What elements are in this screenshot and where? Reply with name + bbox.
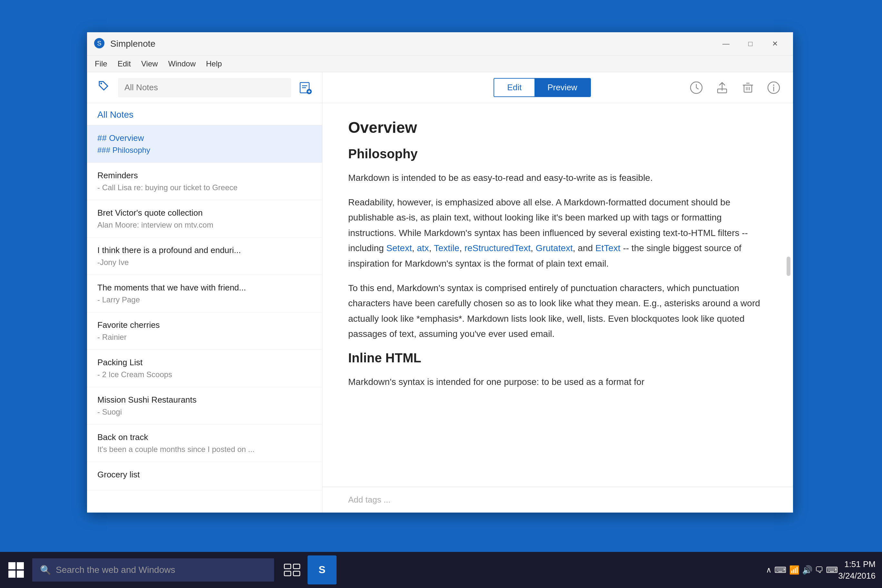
list-item[interactable]: Reminders - Call Lisa re: buying our tic…: [87, 163, 322, 200]
list-item[interactable]: The moments that we have with friend... …: [87, 275, 322, 312]
title-bar: S Simplenote — □ ✕: [87, 32, 793, 56]
svg-rect-22: [8, 571, 15, 578]
note-title: Favorite cherries: [98, 320, 312, 330]
date-display: 3/24/2016: [838, 570, 876, 582]
all-notes-title: All Notes: [98, 110, 134, 120]
grutatext-link[interactable]: Grutatext: [536, 243, 573, 253]
taskbar-notification-icons: ∧ ⌨ 📶 🔊 🗨 ⌨: [766, 565, 838, 575]
tag-icon[interactable]: [95, 80, 113, 95]
add-tags-placeholder: Add tags ...: [348, 495, 391, 504]
note-title: Grocery list: [98, 470, 312, 480]
editor-toolbar: Edit Preview: [322, 72, 793, 103]
add-tags-area[interactable]: Add tags ...: [322, 487, 793, 513]
list-item[interactable]: I think there is a profound and enduri..…: [87, 238, 322, 275]
list-item[interactable]: Favorite cherries - Rainier: [87, 312, 322, 350]
toolbar-right-icons: [687, 79, 783, 97]
menu-file[interactable]: File: [95, 59, 107, 68]
notes-list: ## Overview ### Philosophy Reminders - C…: [87, 125, 322, 513]
note-paragraph-2: Readability, however, is emphasized abov…: [348, 195, 767, 272]
note-preview: Alan Moore: interview on mtv.com: [98, 220, 312, 230]
network-icon: 📶: [789, 565, 800, 575]
menu-edit[interactable]: Edit: [118, 59, 131, 68]
atx-link[interactable]: atx: [417, 243, 429, 253]
edit-tab-button[interactable]: Edit: [494, 79, 534, 96]
note-heading-3: Inline HTML: [348, 351, 767, 365]
note-paragraph-4: Markdown's syntax is intended for one pu…: [348, 374, 767, 390]
note-title: The moments that we have with friend...: [98, 283, 312, 293]
note-preview: -Jony Ive: [98, 258, 312, 267]
restructuredtext-link[interactable]: reStructuredText: [465, 243, 531, 253]
svg-rect-23: [17, 571, 24, 578]
svg-rect-25: [293, 564, 300, 568]
note-editor: Edit Preview: [322, 72, 793, 513]
note-preview: ### Philosophy: [98, 146, 312, 155]
close-button[interactable]: ✕: [764, 36, 787, 52]
taskbar-search-box[interactable]: 🔍 Search the web and Windows: [32, 558, 274, 582]
note-content-area[interactable]: Overview Philosophy Markdown is intended…: [322, 103, 793, 487]
taskbar-search-label: Search the web and Windows: [56, 565, 175, 575]
window-title: Simplenote: [110, 39, 714, 49]
history-icon[interactable]: [687, 79, 705, 97]
svg-point-19: [773, 84, 774, 86]
start-button[interactable]: [0, 552, 32, 588]
sidebar-header: [87, 72, 322, 103]
keyboard-icon: ⌨: [774, 565, 787, 575]
app-window: S Simplenote — □ ✕ File Edit View Window…: [87, 32, 793, 513]
share-icon[interactable]: [713, 79, 731, 97]
sidebar: All Notes ## Overview ### Philosophy Rem…: [87, 72, 322, 513]
note-title: ## Overview: [98, 133, 312, 143]
svg-rect-20: [8, 562, 15, 569]
search-input[interactable]: [118, 78, 291, 98]
trash-icon[interactable]: [739, 79, 757, 97]
sound-icon: 🔊: [802, 565, 812, 575]
ettext-link[interactable]: EtText: [596, 243, 621, 253]
svg-text:S: S: [97, 40, 101, 47]
list-item[interactable]: Packing List - 2 Ice Cream Scoops: [87, 350, 322, 387]
chevron-up-icon[interactable]: ∧: [766, 566, 772, 574]
notification-icon[interactable]: 🗨: [815, 565, 824, 575]
menu-window[interactable]: Window: [168, 59, 196, 68]
svg-rect-24: [284, 564, 291, 568]
svg-point-2: [100, 83, 102, 84]
note-preview: - Call Lisa re: buying our ticket to Gre…: [98, 183, 312, 192]
note-preview: - 2 Ice Cream Scoops: [98, 370, 312, 379]
note-title: Packing List: [98, 357, 312, 368]
list-item[interactable]: Mission Sushi Restaurants - Suogi: [87, 387, 322, 424]
note-preview: It's been a couple months since I posted…: [98, 445, 312, 454]
keyboard-layout-icon: ⌨: [826, 565, 838, 575]
preview-tab-button[interactable]: Preview: [534, 79, 590, 96]
note-title: I think there is a profound and enduri..…: [98, 245, 312, 255]
list-item[interactable]: ## Overview ### Philosophy: [87, 125, 322, 163]
note-heading-1: Overview: [348, 118, 767, 136]
menu-view[interactable]: View: [141, 59, 158, 68]
svg-text:S: S: [318, 564, 325, 575]
svg-rect-26: [284, 571, 291, 576]
note-heading-2: Philosophy: [348, 147, 767, 161]
note-paragraph-3: To this end, Markdown's syntax is compri…: [348, 280, 767, 342]
scrollbar-thumb: [787, 256, 790, 276]
taskbar: 🔍 Search the web and Windows S ∧ ⌨ 📶 🔊 🗨…: [0, 552, 882, 588]
list-item[interactable]: Back on track It's been a couple months …: [87, 424, 322, 462]
app-logo-icon: S: [93, 38, 106, 50]
taskbar-search-icon: 🔍: [40, 565, 51, 575]
menu-help[interactable]: Help: [206, 59, 222, 68]
note-title: Mission Sushi Restaurants: [98, 395, 312, 405]
note-preview: - Rainier: [98, 333, 312, 342]
info-icon[interactable]: [765, 79, 783, 97]
maximize-button[interactable]: □: [739, 36, 762, 52]
svg-rect-27: [293, 571, 300, 576]
new-note-button[interactable]: [296, 79, 314, 97]
menu-bar: File Edit View Window Help: [87, 56, 793, 72]
simplenote-taskbar-button[interactable]: S: [308, 555, 336, 585]
minimize-button[interactable]: —: [714, 36, 738, 52]
note-preview: - Suogi: [98, 408, 312, 417]
list-item[interactable]: Bret Victor's quote collection Alan Moor…: [87, 200, 322, 238]
taskbar-clock: 1:51 PM 3/24/2016: [838, 558, 882, 582]
task-view-button[interactable]: [279, 557, 305, 583]
window-controls: — □ ✕: [714, 36, 787, 52]
list-item[interactable]: Grocery list: [87, 462, 322, 490]
note-title: Bret Victor's quote collection: [98, 208, 312, 218]
textile-link[interactable]: Textile: [434, 243, 459, 253]
setext-link[interactable]: Setext: [386, 243, 412, 253]
note-paragraph-1: Markdown is intended to be as easy-to-re…: [348, 170, 767, 186]
